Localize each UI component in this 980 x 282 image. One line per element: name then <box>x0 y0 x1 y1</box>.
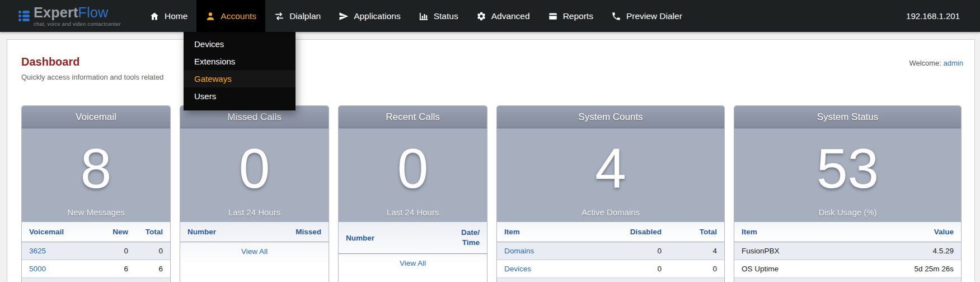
table-header: Number Missed <box>180 222 329 242</box>
server-ip: 192.168.1.201 <box>906 11 960 21</box>
system-status-caption: Disk Usage (%) <box>818 207 876 222</box>
main-menu: Home Accounts Dialplan Applications Stat… <box>140 0 691 32</box>
swap-arrows-icon <box>274 11 284 21</box>
card-title-voicemail: Voicemail <box>22 106 170 128</box>
view-all-link[interactable]: View All <box>400 259 426 267</box>
system-counts-caption: Active Domains <box>582 207 640 222</box>
devices-link[interactable]: Devices <box>504 265 600 273</box>
system-status-card: System Status 53 Disk Usage (%) Item Val… <box>734 105 962 282</box>
voicemail-caption: New Messages <box>67 207 125 222</box>
dashboard-cards: Voicemail 8 New Messages Voicemail New T… <box>21 105 962 282</box>
missed-calls-caption: Last 24 Hours <box>228 207 280 222</box>
content-panel: Dashboard Quickly access information and… <box>7 39 975 282</box>
paper-plane-icon <box>339 11 349 21</box>
page-header: Dashboard Quickly access information and… <box>7 40 974 81</box>
page-title: Dashboard <box>21 56 960 68</box>
card-title-system-status: System Status <box>734 106 961 128</box>
table-header: Item Disabled Total <box>497 222 724 242</box>
logo-wordmark: ExpertFlow <box>34 6 121 20</box>
view-all-link[interactable]: View All <box>241 247 268 256</box>
table-row-partial <box>22 278 170 282</box>
voicemail-box-link[interactable]: 3625 <box>29 247 93 255</box>
table-row: 3625 0 0 <box>22 242 170 260</box>
table-row: OS Uptime 5d 25m 26s <box>734 260 961 278</box>
menu-item-extensions[interactable]: Extensions <box>184 53 296 70</box>
menu-item-gateways[interactable]: Gateways <box>184 70 296 87</box>
top-navbar: ExpertFlow chat, voice and video contact… <box>0 0 980 32</box>
welcome-user-link[interactable]: admin <box>944 59 963 67</box>
nav-item-dialplan[interactable]: Dialplan <box>265 0 330 32</box>
phone-icon <box>611 11 621 21</box>
nav-item-applications[interactable]: Applications <box>330 0 410 32</box>
nav-item-status[interactable]: Status <box>410 0 467 32</box>
recent-calls-card: Recent Calls 0 Last 24 Hours Number Date… <box>338 105 487 282</box>
nav-item-home[interactable]: Home <box>140 0 196 32</box>
page-subtitle: Quickly access information and tools rel… <box>21 73 960 81</box>
table-header: Item Value <box>734 222 961 242</box>
table-row: 5000 6 6 <box>22 260 170 278</box>
system-counts-card: System Counts 4 Active Domains Item Disa… <box>496 105 725 282</box>
expertflow-logo[interactable]: ExpertFlow chat, voice and video contact… <box>18 6 126 27</box>
expertflow-logo-icon <box>18 11 30 21</box>
voicemail-box-link[interactable]: 5000 <box>29 265 93 273</box>
table-row-partial <box>497 278 724 282</box>
nav-item-advanced[interactable]: Advanced <box>467 0 539 32</box>
card-title-system-counts: System Counts <box>497 106 724 128</box>
domains-link[interactable]: Domains <box>504 247 600 255</box>
card-title-recent-calls: Recent Calls <box>339 106 487 128</box>
nav-item-accounts[interactable]: Accounts <box>196 0 265 32</box>
bar-chart-icon <box>419 11 429 21</box>
nav-item-preview-dialer[interactable]: Preview Dialer <box>602 0 691 32</box>
logo-tagline: chat, voice and video contactcenter <box>34 21 121 27</box>
nav-item-reports[interactable]: Reports <box>539 0 602 32</box>
table-row: Domains 0 4 <box>497 242 724 260</box>
accounts-dropdown-menu: Devices Extensions Gateways Users <box>184 32 296 110</box>
recent-calls-caption: Last 24 Hours <box>387 207 439 222</box>
report-window-icon <box>548 11 558 21</box>
voicemail-card: Voicemail 8 New Messages Voicemail New T… <box>21 105 171 282</box>
menu-item-users[interactable]: Users <box>184 87 296 105</box>
menu-item-devices[interactable]: Devices <box>184 35 296 53</box>
active-domains-count: 4 <box>595 128 626 207</box>
table-header: Number Date/ Time <box>339 222 487 254</box>
disk-usage-count: 53 <box>817 128 879 207</box>
missed-calls-card: Missed Calls 0 Last 24 Hours Number Miss… <box>180 105 329 282</box>
table-row: FusionPBX 4.5.29 <box>734 242 961 260</box>
voicemail-count: 8 <box>81 128 112 207</box>
table-row-partial <box>734 278 961 282</box>
recent-calls-count: 0 <box>397 128 429 207</box>
gear-icon <box>476 11 486 21</box>
missed-calls-count: 0 <box>239 128 270 207</box>
table-header: Voicemail New Total <box>22 222 170 242</box>
welcome-message: Welcome: admin <box>909 59 963 67</box>
home-icon <box>149 11 160 21</box>
table-row: Devices 0 0 <box>497 260 724 278</box>
user-icon <box>205 11 215 21</box>
